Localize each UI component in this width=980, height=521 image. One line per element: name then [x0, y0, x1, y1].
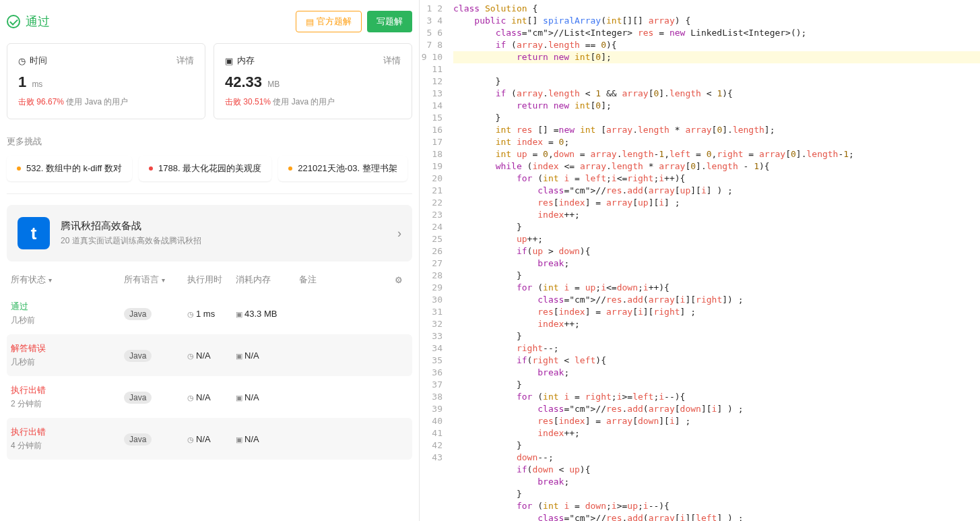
clock-icon: ◷ [18, 56, 26, 66]
promo-subtitle: 20 道真实面试题训练高效备战腾讯秋招 [61, 235, 201, 247]
clock-icon: ◷ [187, 310, 194, 318]
chip-icon: ▣ [236, 310, 242, 318]
more-challenges-title: 更多挑战 [7, 135, 412, 148]
clock-icon: ◷ [187, 435, 194, 443]
challenge-tag[interactable]: 1788. 最大化花园的美观度 [139, 156, 271, 181]
status-label: 通过 [26, 13, 50, 30]
chevron-down-icon: ▾ [162, 276, 165, 284]
memory-detail-link[interactable]: 详情 [383, 55, 401, 67]
status-accepted: 通过 [7, 13, 50, 30]
difficulty-dot [17, 166, 21, 171]
lang-badge: Java [124, 433, 152, 446]
submissions-header: 所有状态▾ 所有语言▾ 执行用时 消耗内存 备注 ⚙ [7, 262, 412, 293]
chip-icon: ▣ [225, 56, 233, 66]
memory-card: ▣ 内存 详情 42.33 MB 击败 30.51% 使用 Java 的用户 [214, 43, 412, 119]
challenge-tag[interactable]: 532. 数组中的 k-diff 数对 [7, 156, 132, 181]
col-note-header: 备注 [299, 274, 395, 286]
clock-icon: ◷ [187, 394, 194, 402]
line-gutter: 1 2 3 4 5 6 7 8 9 10 11 12 13 14 15 16 1… [420, 0, 453, 521]
promo-card[interactable]: t 腾讯秋招高效备战 20 道真实面试题训练高效备战腾讯秋招 › [7, 205, 412, 262]
clock-icon: ◷ [187, 352, 194, 360]
chevron-down-icon: ▾ [48, 276, 52, 284]
results-panel: 通过 ▤ 官方题解 写题解 ◷ 时间 详情 1 ms 击败 96.67% 使用 … [0, 0, 420, 521]
action-buttons: ▤ 官方题解 写题解 [296, 11, 412, 32]
chip-icon: ▣ [236, 352, 242, 360]
write-solution-button[interactable]: 写题解 [367, 11, 412, 32]
chip-icon: ▣ [236, 435, 242, 443]
stat-cards: ◷ 时间 详情 1 ms 击败 96.67% 使用 Java 的用户 ▣ 内存 … [7, 43, 412, 119]
divider [7, 193, 412, 194]
official-solution-button[interactable]: ▤ 官方题解 [296, 11, 362, 32]
col-time-header: 执行用时 [187, 274, 236, 286]
time-card: ◷ 时间 详情 1 ms 击败 96.67% 使用 Java 的用户 [7, 43, 205, 119]
code-area[interactable]: class Solution { public int[] spiralArra… [453, 0, 980, 521]
submissions-body: 通过几秒前 Java ◷1 ms ▣43.3 MB 解答错误几秒前 Java ◷… [7, 293, 412, 460]
time-detail-link[interactable]: 详情 [176, 55, 194, 67]
check-icon [7, 15, 20, 28]
gear-icon[interactable]: ⚙ [395, 275, 408, 285]
book-icon: ▤ [306, 17, 314, 27]
difficulty-dot [149, 166, 153, 171]
promo-icon: t [18, 217, 50, 249]
challenge-tags: 532. 数组中的 k-diff 数对1788. 最大化花园的美观度221021… [7, 156, 412, 181]
submission-row[interactable]: 执行出错4 分钟前 Java ◷N/A ▣N/A [7, 418, 412, 460]
submission-row[interactable]: 解答错误几秒前 Java ◷N/A ▣N/A [7, 334, 412, 376]
submission-row[interactable]: 通过几秒前 Java ◷1 ms ▣43.3 MB [7, 293, 412, 334]
header-row: 通过 ▤ 官方题解 写题解 [7, 11, 412, 32]
chip-icon: ▣ [236, 394, 242, 402]
promo-title: 腾讯秋招高效备战 [61, 220, 201, 233]
filter-lang[interactable]: 所有语言▾ [124, 274, 187, 286]
code-editor: 1 2 3 4 5 6 7 8 9 10 11 12 13 14 15 16 1… [420, 0, 980, 521]
difficulty-dot [288, 166, 292, 171]
submission-row[interactable]: 执行出错2 分钟前 Java ◷N/A ▣N/A [7, 376, 412, 418]
lang-badge: Java [124, 350, 152, 362]
filter-status[interactable]: 所有状态▾ [11, 274, 124, 286]
lang-badge: Java [124, 308, 152, 320]
lang-badge: Java [124, 392, 152, 404]
col-mem-header: 消耗内存 [236, 274, 299, 286]
challenge-tag[interactable]: 221021天池-03. 整理书架 [278, 156, 407, 181]
chevron-right-icon: › [397, 226, 401, 241]
